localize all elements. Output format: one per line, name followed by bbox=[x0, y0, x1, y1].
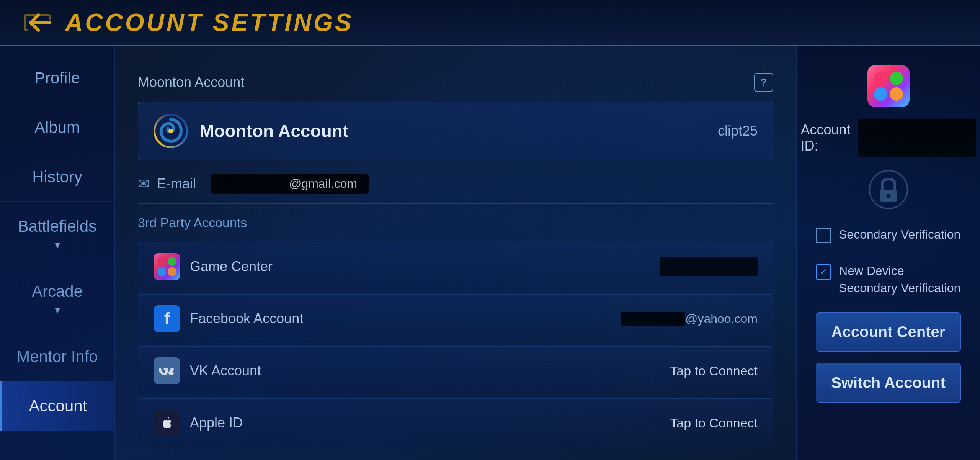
game-center-label: Game Center bbox=[190, 259, 650, 275]
chevron-down-icon: ▾ bbox=[55, 239, 60, 251]
vk-connect-label: Tap to Connect bbox=[670, 363, 758, 378]
sidebar-item-mentor-info[interactable]: Mentor Info bbox=[0, 332, 114, 381]
new-device-verification-label: New Device Secondary Verification bbox=[839, 262, 961, 297]
email-redacted: xxxx bbox=[223, 177, 286, 190]
third-party-title: 3rd Party Accounts bbox=[138, 211, 773, 238]
facebook-label: Facebook Account bbox=[190, 311, 611, 327]
sidebar-item-album[interactable]: Album bbox=[0, 103, 114, 152]
vk-label: VK Account bbox=[190, 363, 660, 379]
content-area: Moonton Account ? Moonton Account clipt2… bbox=[115, 46, 796, 460]
facebook-value: xxx@yahoo.com bbox=[621, 312, 758, 326]
account-row-apple[interactable]: Apple ID Tap to Connect bbox=[138, 398, 773, 447]
account-id-label: Account ID: bbox=[800, 122, 850, 154]
svg-point-1 bbox=[168, 129, 173, 133]
moonton-logo-icon bbox=[154, 114, 188, 148]
account-id-value: hidden id bbox=[858, 119, 976, 157]
page-title: ACCOUNT SETTINGS bbox=[65, 8, 354, 37]
account-center-button[interactable]: Account Center bbox=[816, 312, 961, 352]
sidebar-item-profile[interactable]: Profile bbox=[0, 54, 114, 103]
account-name: Moonton Account bbox=[199, 121, 706, 141]
vk-icon bbox=[154, 357, 180, 384]
game-center-icon bbox=[154, 253, 180, 280]
new-device-verification-row[interactable]: ✓ New Device Secondary Verification bbox=[816, 259, 961, 301]
svg-point-4 bbox=[886, 194, 890, 198]
facebook-icon: f bbox=[154, 305, 180, 332]
account-username: clipt25 bbox=[718, 123, 758, 139]
help-icon[interactable]: ? bbox=[754, 73, 773, 92]
moonton-section-title: Moonton Account bbox=[138, 74, 244, 90]
email-row: ✉ E-mail xxxx @gmail.com bbox=[138, 164, 773, 204]
main-layout: Profile Album History Battlefields ▾ Arc… bbox=[0, 46, 980, 460]
email-icon: ✉ bbox=[138, 176, 149, 192]
account-row-vk[interactable]: VK Account Tap to Connect bbox=[138, 346, 773, 395]
game-center-value: hidden bbox=[660, 257, 758, 276]
sidebar-item-arcade[interactable]: Arcade ▾ bbox=[0, 267, 114, 332]
moonton-account-card[interactable]: Moonton Account clipt25 bbox=[138, 102, 773, 160]
moonton-section-header: Moonton Account ? bbox=[138, 65, 773, 100]
email-value: xxxx @gmail.com bbox=[211, 174, 369, 194]
new-device-verification-checkbox[interactable]: ✓ bbox=[816, 264, 831, 280]
account-id-row: Account ID: hidden id bbox=[800, 119, 976, 157]
secondary-verification-checkbox[interactable] bbox=[816, 228, 831, 243]
chevron-down-icon: ▾ bbox=[55, 304, 60, 316]
switch-account-button[interactable]: Switch Account bbox=[816, 363, 961, 403]
back-button[interactable] bbox=[23, 11, 54, 34]
sidebar-item-history[interactable]: History bbox=[0, 152, 114, 202]
security-icon bbox=[864, 169, 913, 211]
account-row-game-center[interactable]: Game Center hidden bbox=[138, 242, 773, 291]
sidebar-item-battlefields[interactable]: Battlefields ▾ bbox=[0, 202, 114, 267]
header: ACCOUNT SETTINGS bbox=[0, 0, 980, 46]
apple-connect-label: Tap to Connect bbox=[670, 416, 758, 431]
email-domain: @gmail.com bbox=[289, 177, 357, 190]
apple-label: Apple ID bbox=[190, 415, 660, 431]
apple-icon bbox=[154, 409, 180, 436]
secondary-verification-label: Secondary Verification bbox=[839, 226, 960, 243]
sidebar: Profile Album History Battlefields ▾ Arc… bbox=[0, 46, 115, 460]
right-panel: Account ID: hidden id Secondary Verifica… bbox=[796, 46, 980, 460]
secondary-verification-row[interactable]: Secondary Verification bbox=[816, 222, 961, 247]
game-center-badge bbox=[867, 65, 910, 107]
email-label: E-mail bbox=[157, 176, 196, 192]
account-row-facebook[interactable]: f Facebook Account xxx@yahoo.com bbox=[138, 294, 773, 343]
sidebar-item-account[interactable]: Account bbox=[0, 381, 114, 431]
